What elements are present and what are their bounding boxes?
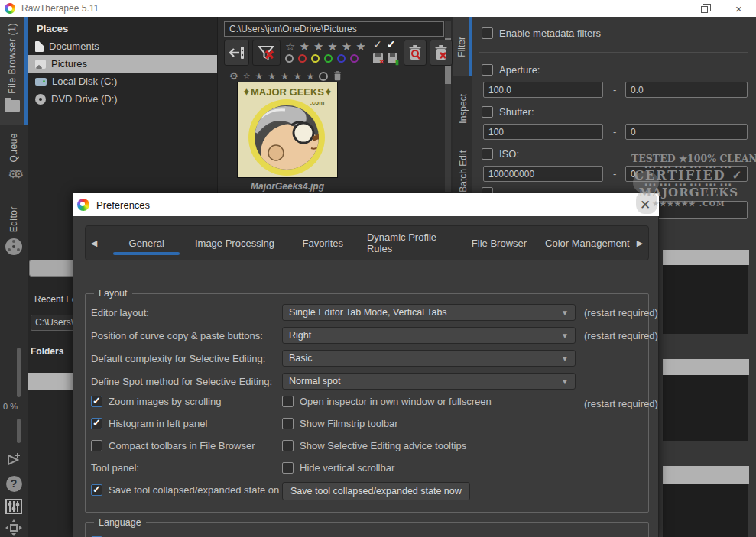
tabs-scroll-left-button[interactable]: ◀ xyxy=(86,226,102,260)
histogram-left-label: Histogram in left panel xyxy=(109,418,207,429)
save-state-now-button[interactable]: Save tool collapsed/expanded state now xyxy=(282,482,470,500)
tool-panel-body xyxy=(663,265,748,334)
compact-toolbars-checkbox[interactable] xyxy=(91,440,102,451)
tool-panel-header[interactable] xyxy=(663,359,749,375)
close-icon: × xyxy=(735,2,742,15)
tool-panel-header[interactable] xyxy=(663,466,749,484)
show-trash-button[interactable] xyxy=(404,40,427,66)
tabs-scroll-right-button[interactable]: ▶ xyxy=(631,226,648,260)
saved-filter-row[interactable]: ✕ ▮ xyxy=(373,53,397,63)
dialog-close-button[interactable]: ✕ xyxy=(638,197,653,212)
thumbnail-majorgeeks[interactable]: ✦MAJOR GEEKS✦ .com xyxy=(237,82,338,178)
spot-method-dropdown[interactable]: Normal spot ▼ xyxy=(282,373,576,390)
close-button[interactable]: × xyxy=(722,0,756,17)
color-label-blue[interactable] xyxy=(337,54,346,63)
minimize-button[interactable] xyxy=(653,0,687,17)
tab-color-management[interactable]: Color Management xyxy=(543,226,631,260)
check-filled-icon[interactable]: ✓ xyxy=(387,38,396,50)
curve-buttons-position-dropdown[interactable]: Right ▼ xyxy=(282,327,576,344)
restore-button[interactable] xyxy=(687,0,722,17)
pan-button[interactable] xyxy=(4,518,24,537)
place-item-local-disk[interactable]: Local Disk (C:) xyxy=(28,73,217,90)
tab-file-browser[interactable]: File Browser xyxy=(455,226,543,260)
tab-inspect[interactable]: Inspect xyxy=(453,82,472,135)
tab-dynamic-profile-rules[interactable]: Dynamic Profile Rules xyxy=(367,226,455,260)
dialog-tabbar: ◀ General Image Processing Favorites Dyn… xyxy=(85,225,649,260)
place-item-documents[interactable]: Documents xyxy=(28,37,217,55)
clear-filters-button[interactable] xyxy=(252,40,281,66)
tab-image-processing[interactable]: Image Processing xyxy=(190,226,278,260)
inspector-window-checkbox[interactable] xyxy=(282,396,294,407)
star-icon[interactable]: ★ xyxy=(255,71,264,82)
place-item-pictures[interactable]: Pictures xyxy=(28,55,217,73)
color-label-purple[interactable] xyxy=(350,54,359,63)
document-icon xyxy=(35,41,44,52)
zoom-slider-lower[interactable] xyxy=(17,419,21,443)
editing-tooltips-label: Show Selective Editing advice tooltips xyxy=(300,440,466,451)
tab-filter[interactable]: Filter xyxy=(453,17,472,76)
color-label-green[interactable] xyxy=(324,54,333,63)
editor-layout-dropdown[interactable]: Single Editor Tab Mode, Vertical Tabs ▼ xyxy=(282,304,576,321)
star-icon[interactable]: ★ xyxy=(355,40,365,53)
star-icon[interactable]: ★ xyxy=(294,71,302,82)
dock-panel-button[interactable] xyxy=(224,40,249,66)
tab-general[interactable]: General xyxy=(102,226,190,260)
zoom-scrolling-checkbox[interactable] xyxy=(91,396,102,407)
check-outline-icon[interactable]: ✓ xyxy=(373,38,382,50)
aperture-checkbox[interactable] xyxy=(482,64,493,76)
star-icon[interactable]: ★ xyxy=(299,40,309,53)
star-icon[interactable]: ★ xyxy=(268,71,276,82)
star-icon[interactable]: ★ xyxy=(327,40,337,53)
default-complexity-dropdown[interactable]: Basic ▼ xyxy=(282,350,576,367)
help-button[interactable]: ? xyxy=(4,474,24,493)
shutter-to-field[interactable] xyxy=(625,124,748,140)
trash-icon[interactable] xyxy=(333,70,342,82)
color-label-none[interactable] xyxy=(285,54,294,63)
empty-trash-button[interactable] xyxy=(430,40,453,66)
place-item-dvd-drive[interactable]: DVD Drive (D:) xyxy=(28,90,217,108)
color-label-red[interactable] xyxy=(298,54,307,63)
enable-metadata-filters-checkbox[interactable] xyxy=(482,27,493,39)
star-icon[interactable]: ★ xyxy=(342,40,352,53)
shutter-from-field[interactable] xyxy=(483,124,603,140)
edited-filter-row[interactable]: ✓ ✓ xyxy=(373,38,395,50)
hide-scrollbar-checkbox[interactable] xyxy=(282,462,294,474)
tab-editor-label: Editor xyxy=(8,206,19,232)
move-icon xyxy=(5,519,23,537)
iso-checkbox[interactable] xyxy=(482,148,493,160)
histogram-left-checkbox[interactable] xyxy=(91,418,102,429)
save-state-exit-checkbox[interactable] xyxy=(91,484,102,496)
star-outline-icon[interactable]: ☆ xyxy=(285,40,295,53)
star-icon[interactable]: ★ xyxy=(313,40,323,53)
chevron-down-icon: ▼ xyxy=(561,309,569,317)
tab-favorites[interactable]: Favorites xyxy=(279,226,367,260)
star-outline-icon[interactable]: ☆ xyxy=(243,71,251,81)
filmstrip-toolbar-checkbox[interactable] xyxy=(282,418,294,429)
tool-panel-header[interactable] xyxy=(663,250,749,265)
aperture-from-field[interactable] xyxy=(483,82,603,98)
restore-icon xyxy=(701,6,708,13)
editing-tooltips-checkbox[interactable] xyxy=(282,440,294,451)
new-adjuster-button[interactable] xyxy=(4,449,24,469)
color-label-filter-row[interactable] xyxy=(285,54,359,63)
tab-editor[interactable]: Editor xyxy=(0,206,28,283)
place-label: Documents xyxy=(49,40,99,52)
floppy-saved-icon[interactable]: ▮ xyxy=(388,53,397,63)
floppy-unsaved-icon[interactable]: ✕ xyxy=(373,53,383,63)
star-icon[interactable]: ★ xyxy=(307,71,315,82)
color-label-yellow[interactable] xyxy=(311,54,320,63)
tab-queue[interactable]: Queue ⚙⚙ xyxy=(0,133,28,202)
aperture-to-field[interactable] xyxy=(625,82,748,98)
star-icon[interactable]: ★ xyxy=(281,71,289,82)
dropdown-value: Single Editor Tab Mode, Vertical Tabs xyxy=(289,307,447,318)
iso-to-field[interactable] xyxy=(625,166,748,182)
gear-icon[interactable]: ⚙ xyxy=(229,70,238,82)
zoom-slider[interactable] xyxy=(17,348,21,397)
shutter-checkbox[interactable] xyxy=(482,106,493,118)
preferences-button[interactable] xyxy=(4,497,24,516)
iso-from-field[interactable] xyxy=(483,166,603,182)
tab-file-browser[interactable]: File Browser (1) xyxy=(0,17,28,125)
path-input[interactable] xyxy=(224,21,444,37)
star-filter-row[interactable]: ☆ ★ ★ ★ ★ ★ xyxy=(285,40,366,53)
color-label-icon[interactable] xyxy=(319,72,328,81)
